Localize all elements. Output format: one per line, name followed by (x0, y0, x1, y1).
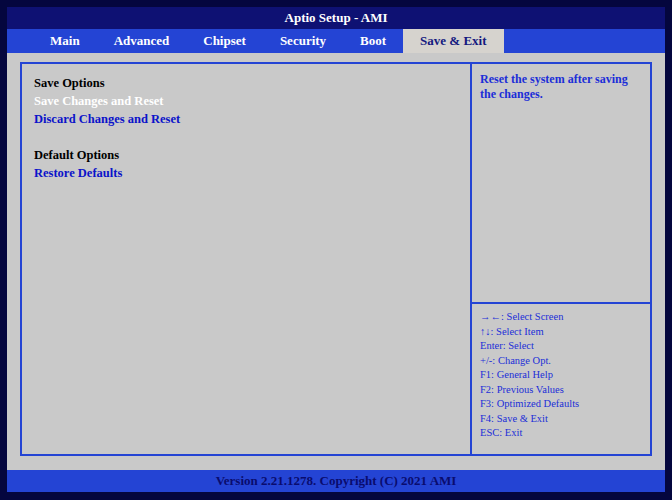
key-hint-f3-optimized-defaults: F3: Optimized Defaults (480, 397, 646, 412)
key-hints-list: →←: Select Screen ↑↓: Select Item Enter:… (472, 304, 650, 454)
spacer-row (34, 128, 470, 146)
section-heading-save-options: Save Options (34, 74, 470, 92)
menu-item-discard-changes-and-reset[interactable]: Discard Changes and Reset (34, 110, 470, 128)
tab-advanced[interactable]: Advanced (97, 29, 187, 53)
tab-boot[interactable]: Boot (343, 29, 403, 53)
window-title: Aptio Setup - AMI (285, 10, 388, 26)
tab-chipset[interactable]: Chipset (186, 29, 263, 53)
tab-security[interactable]: Security (263, 29, 343, 53)
key-hint-f4-save-exit: F4: Save & Exit (480, 412, 646, 427)
key-hint-select-item: ↑↓: Select Item (480, 325, 646, 340)
section-heading-default-options: Default Options (34, 146, 470, 164)
version-text: Version 2.21.1278. Copyright (C) 2021 AM… (216, 473, 457, 489)
menu-item-save-changes-and-reset[interactable]: Save Changes and Reset (34, 92, 470, 110)
tab-main[interactable]: Main (33, 29, 97, 53)
footer-bar: Version 2.21.1278. Copyright (C) 2021 AM… (7, 470, 665, 492)
help-panel: Reset the system after saving the change… (470, 64, 650, 454)
key-hint-change-opt: +/-: Change Opt. (480, 354, 646, 369)
key-hint-f2-previous-values: F2: Previous Values (480, 383, 646, 398)
options-panel: Save Options Save Changes and Reset Disc… (22, 64, 470, 454)
bios-setup-screen: Aptio Setup - AMI Main Advanced Chipset … (0, 0, 672, 500)
key-hint-enter-select: Enter: Select (480, 339, 646, 354)
menu-bar: Main Advanced Chipset Security Boot Save… (7, 29, 665, 53)
key-hint-f1-general-help: F1: General Help (480, 368, 646, 383)
panels-frame: Save Options Save Changes and Reset Disc… (20, 62, 652, 456)
content-area: Save Options Save Changes and Reset Disc… (7, 53, 665, 470)
key-hint-select-screen: →←: Select Screen (480, 310, 646, 325)
menu-item-restore-defaults[interactable]: Restore Defaults (34, 164, 470, 182)
tab-save-exit[interactable]: Save & Exit (403, 29, 503, 53)
help-description: Reset the system after saving the change… (472, 64, 650, 304)
title-bar: Aptio Setup - AMI (7, 7, 665, 29)
key-hint-esc-exit: ESC: Exit (480, 426, 646, 441)
